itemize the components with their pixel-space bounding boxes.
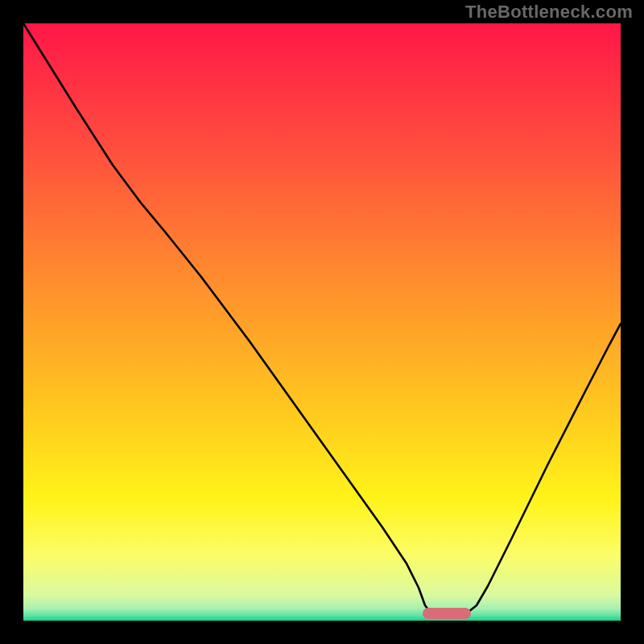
plot-background [23,23,621,621]
watermark-text: TheBottleneck.com [465,2,633,23]
chart-stage: TheBottleneck.com [0,0,644,644]
bottleneck-chart [0,0,644,644]
optimum-marker [423,608,471,619]
